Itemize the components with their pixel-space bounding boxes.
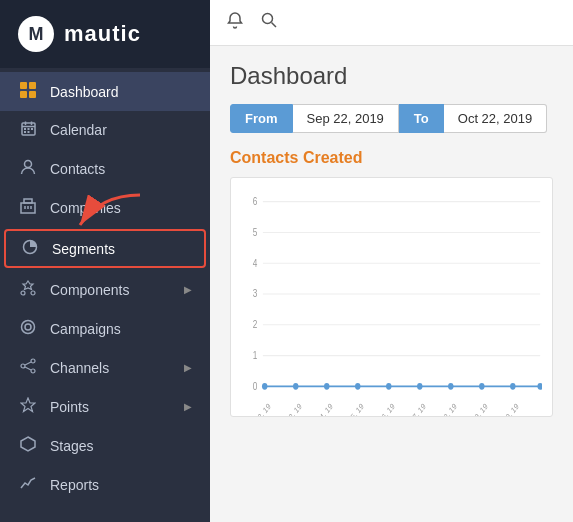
svg-rect-12: [27, 131, 29, 133]
svg-point-54: [448, 383, 453, 390]
svg-text:3: 3: [253, 289, 258, 300]
logo-icon: M: [18, 16, 54, 52]
svg-marker-29: [21, 398, 35, 412]
contacts-icon: [18, 159, 38, 178]
calendar-icon: [18, 121, 38, 139]
sidebar-item-label: Components: [50, 282, 172, 298]
stages-icon: [18, 436, 38, 455]
sidebar-item-label: Campaigns: [50, 321, 192, 337]
sidebar-item-reports[interactable]: Reports: [0, 465, 210, 504]
svg-text:Sep 30, 19: Sep 30, 19: [492, 401, 521, 416]
from-date-button[interactable]: Sep 22, 2019: [293, 104, 399, 133]
svg-point-26: [31, 369, 35, 373]
svg-point-56: [510, 383, 515, 390]
svg-marker-30: [21, 437, 35, 451]
svg-point-21: [31, 291, 35, 295]
sidebar-item-label: Calendar: [50, 122, 192, 138]
svg-point-49: [293, 383, 298, 390]
svg-point-13: [25, 161, 32, 168]
svg-point-57: [537, 383, 542, 390]
sidebar-item-calendar[interactable]: Calendar: [0, 111, 210, 149]
svg-point-23: [25, 324, 31, 330]
svg-text:Sep 23, 19: Sep 23, 19: [274, 401, 303, 416]
sidebar-item-label: Contacts: [50, 161, 192, 177]
search-icon[interactable]: [260, 11, 278, 34]
svg-point-24: [31, 359, 35, 363]
svg-rect-0: [20, 82, 27, 89]
svg-text:6: 6: [253, 196, 258, 207]
svg-text:1: 1: [253, 350, 258, 361]
svg-text:Sep 22, 19: Sep 22, 19: [243, 401, 272, 416]
svg-text:Sep 27, 19: Sep 27, 19: [398, 401, 427, 416]
sidebar-item-points[interactable]: Points ▶: [0, 387, 210, 426]
svg-text:Sep 24, 19: Sep 24, 19: [305, 401, 334, 416]
sidebar-item-label: Points: [50, 399, 172, 415]
sidebar-item-label: Stages: [50, 438, 192, 454]
companies-icon: [18, 198, 38, 217]
svg-rect-10: [31, 128, 33, 130]
svg-point-50: [324, 383, 329, 390]
logo-text: mautic: [64, 21, 141, 47]
notification-bell-icon[interactable]: [226, 11, 244, 34]
svg-line-33: [272, 23, 277, 28]
arrow-icon: ▶: [184, 284, 192, 295]
segments-icon: [20, 239, 40, 258]
sidebar-item-label: Segments: [52, 241, 190, 257]
arrow-icon: ▶: [184, 401, 192, 412]
svg-text:2: 2: [253, 319, 258, 330]
sidebar-item-label: Companies: [50, 200, 192, 216]
sidebar-item-dashboard[interactable]: Dashboard: [0, 72, 210, 111]
sidebar: M mautic Dashboard: [0, 0, 210, 522]
svg-point-52: [386, 383, 391, 390]
sidebar-logo: M mautic: [0, 0, 210, 68]
chart-title: Contacts Created: [230, 149, 553, 167]
sidebar-item-stages[interactable]: Stages: [0, 426, 210, 465]
topbar: [210, 0, 573, 46]
svg-point-55: [479, 383, 484, 390]
svg-point-32: [263, 14, 273, 24]
sidebar-item-segments[interactable]: Segments: [4, 229, 206, 268]
contacts-created-chart: 6 5 4 3 2 1 0: [230, 177, 553, 417]
svg-text:5: 5: [253, 227, 258, 238]
sidebar-item-channels[interactable]: Channels ▶: [0, 348, 210, 387]
svg-point-53: [417, 383, 422, 390]
sidebar-nav: Dashboard Calendar: [0, 68, 210, 522]
from-label-button[interactable]: From: [230, 104, 293, 133]
sidebar-item-campaigns[interactable]: Campaigns: [0, 309, 210, 348]
arrow-icon: ▶: [184, 362, 192, 373]
svg-rect-15: [24, 199, 32, 203]
date-range-bar: From Sep 22, 2019 To Oct 22, 2019: [230, 104, 553, 133]
components-icon: [18, 280, 38, 299]
svg-line-27: [25, 362, 31, 365]
points-icon: [18, 397, 38, 416]
page-content: Dashboard From Sep 22, 2019 To Oct 22, 2…: [210, 46, 573, 522]
svg-text:Sep 28, 19: Sep 28, 19: [429, 401, 458, 416]
sidebar-item-companies[interactable]: Companies: [0, 188, 210, 227]
to-date-button[interactable]: Oct 22, 2019: [444, 104, 547, 133]
svg-point-25: [21, 364, 25, 368]
to-label-button[interactable]: To: [399, 104, 444, 133]
svg-point-48: [262, 383, 267, 390]
svg-rect-9: [27, 128, 29, 130]
main-content: Dashboard From Sep 22, 2019 To Oct 22, 2…: [210, 0, 573, 522]
svg-rect-1: [29, 82, 36, 89]
sidebar-item-label: Reports: [50, 477, 192, 493]
svg-rect-11: [24, 131, 26, 133]
channels-icon: [18, 358, 38, 377]
svg-rect-8: [24, 128, 26, 130]
reports-icon: [18, 475, 38, 494]
svg-point-22: [22, 321, 35, 334]
dashboard-icon: [18, 82, 38, 101]
page-title: Dashboard: [230, 62, 553, 90]
svg-line-28: [25, 367, 31, 370]
svg-point-20: [21, 291, 25, 295]
sidebar-item-label: Channels: [50, 360, 172, 376]
svg-text:Sep 26, 19: Sep 26, 19: [367, 401, 396, 416]
sidebar-item-components[interactable]: Components ▶: [0, 270, 210, 309]
campaigns-icon: [18, 319, 38, 338]
svg-rect-3: [29, 91, 36, 98]
svg-rect-2: [20, 91, 27, 98]
svg-text:Sep 29, 19: Sep 29, 19: [460, 401, 489, 416]
svg-text:Sep 25, 19: Sep 25, 19: [336, 401, 365, 416]
sidebar-item-contacts[interactable]: Contacts: [0, 149, 210, 188]
